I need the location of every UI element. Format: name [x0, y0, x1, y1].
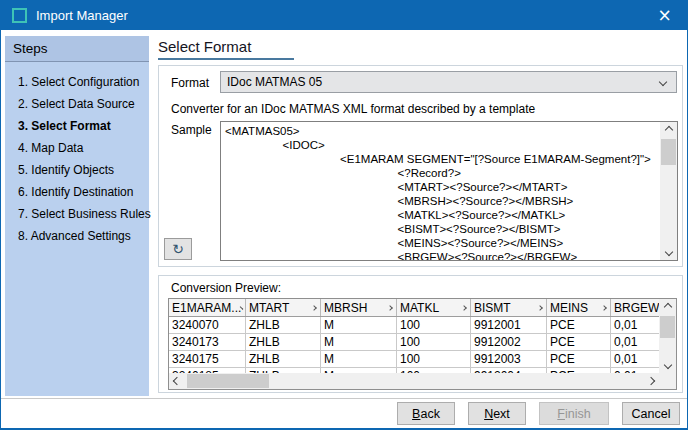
sort-arrow-icon [537, 305, 543, 311]
cell: M [321, 351, 397, 367]
sidebar-item-select-business-rules[interactable]: 7. Select Business Rules [5, 203, 149, 225]
table-horizontal-scrollbar[interactable] [169, 373, 659, 389]
steps-list: 1. Select Configuration 2. Select Data S… [5, 62, 149, 247]
column-header-meins[interactable]: MEINS [547, 299, 611, 316]
cell: 0,01 [611, 317, 659, 333]
column-header-brgew[interactable]: BRGEW [611, 299, 659, 316]
select-format-panel: Select Format Format IDoc MATMAS 05 Conv… [158, 38, 683, 393]
cell: 100 [397, 334, 471, 350]
table-row[interactable]: 3240175 ZHLB M 100 9912003 PCE 0,01 [169, 351, 676, 368]
sample-textbox[interactable]: <MATMAS05> <IDOC> <E1MARAM SEGMENT="[?So… [220, 121, 678, 261]
chevron-up-icon [664, 126, 672, 134]
column-header-e1maram[interactable]: E1MARAM... [169, 299, 246, 316]
column-header-label: BISMT [474, 301, 511, 315]
sidebar-item-map-data[interactable]: 4. Map Data [5, 137, 149, 159]
next-button-label: ext [493, 407, 510, 421]
column-header-matkl[interactable]: MATKL [397, 299, 471, 316]
sample-label: Sample [171, 123, 212, 137]
table-header-row: E1MARAM... MTART MBRSH MATKL BISMT MEINS… [169, 299, 676, 317]
import-manager-window: Import Manager × Steps 1. Select Configu… [0, 0, 688, 430]
sample-xml-text: <MATMAS05> <IDOC> <E1MARAM SEGMENT="[?So… [221, 122, 660, 260]
chevron-down-icon [663, 361, 671, 369]
scroll-down-button[interactable] [659, 357, 676, 373]
app-icon [12, 8, 27, 23]
cell: 100 [397, 317, 471, 333]
cell: 9912002 [471, 334, 547, 350]
table-row[interactable]: 3240070 ZHLB M 100 9912001 PCE 0,01 [169, 317, 676, 334]
table-vertical-scrollbar[interactable] [659, 299, 676, 373]
sidebar-item-select-format[interactable]: 3. Select Format [5, 115, 149, 137]
cell: ZHLB [246, 317, 321, 333]
page-title-underline [158, 58, 294, 60]
cell: 3240175 [169, 351, 246, 367]
scrollbar-thumb[interactable] [187, 374, 269, 388]
next-button[interactable]: Next [468, 402, 526, 425]
sidebar-item-identify-objects[interactable]: 5. Identify Objects [5, 159, 149, 181]
sidebar-item-select-data-source[interactable]: 2. Select Data Source [5, 93, 149, 115]
chevron-right-icon [647, 377, 655, 385]
scroll-up-button[interactable] [659, 299, 676, 315]
steps-sidebar-title: Steps [5, 36, 149, 62]
column-header-label: MTART [249, 301, 289, 315]
chevron-left-icon [173, 377, 181, 385]
cell: M [321, 317, 397, 333]
column-header-mtart[interactable]: MTART [246, 299, 321, 316]
table-row[interactable]: 3240173 ZHLB M 100 9912002 PCE 0,01 [169, 334, 676, 351]
finish-button-label: inish [565, 407, 591, 421]
next-button-label: N [484, 407, 493, 421]
cell: 0,01 [611, 351, 659, 367]
close-button[interactable]: × [642, 1, 687, 30]
sort-arrow-icon [311, 305, 317, 311]
sort-arrow-icon [387, 305, 393, 311]
back-button[interactable]: Back [397, 402, 455, 425]
chevron-up-icon [663, 303, 671, 311]
column-header-bismt[interactable]: BISMT [471, 299, 547, 316]
dialog-content: Steps 1. Select Configuration 2. Select … [1, 30, 687, 398]
column-header-label: BRGEW [614, 301, 659, 315]
column-header-label: MATKL [400, 301, 439, 315]
cell: 3240070 [169, 317, 246, 333]
scroll-down-button[interactable] [660, 244, 677, 260]
sample-vertical-scrollbar[interactable] [660, 122, 677, 260]
column-header-label: E1MARAM... [172, 301, 241, 315]
cell: PCE [547, 351, 611, 367]
window-title: Import Manager [36, 8, 642, 23]
scrollbar-thumb[interactable] [660, 316, 675, 338]
cell: M [321, 334, 397, 350]
format-groupbox: Format IDoc MATMAS 05 Converter for an I… [158, 65, 683, 267]
cancel-button[interactable]: Cancel [622, 402, 680, 425]
close-icon: × [657, 7, 671, 24]
cell: 9912001 [471, 317, 547, 333]
finish-button[interactable]: Finish [539, 402, 609, 425]
conversion-preview-label: Conversion Preview: [171, 281, 281, 295]
page-title: Select Format [158, 38, 683, 55]
scrollbar-thumb[interactable] [661, 139, 676, 165]
sort-arrow-icon [240, 306, 244, 310]
scroll-left-button[interactable] [169, 373, 185, 389]
table-body: 3240070 ZHLB M 100 9912001 PCE 0,01 3240… [169, 317, 676, 373]
steps-sidebar: Steps 1. Select Configuration 2. Select … [5, 36, 149, 396]
sort-arrow-icon [601, 305, 607, 311]
refresh-button[interactable]: ↻ [164, 238, 192, 260]
format-label: Format [171, 76, 209, 90]
cell: PCE [547, 317, 611, 333]
refresh-icon: ↻ [172, 242, 184, 256]
cell: ZHLB [246, 351, 321, 367]
format-dropdown-value: IDoc MATMAS 05 [221, 75, 660, 89]
scroll-right-button[interactable] [643, 373, 659, 389]
finish-button-label: F [557, 407, 565, 421]
sidebar-item-advanced-settings[interactable]: 8. Advanced Settings [5, 225, 149, 247]
cell: 100 [397, 351, 471, 367]
cell: 3240173 [169, 334, 246, 350]
cell: PCE [547, 334, 611, 350]
sidebar-item-identify-destination[interactable]: 6. Identify Destination [5, 181, 149, 203]
footer-button-bar: Back Next Finish Cancel [1, 398, 687, 428]
format-dropdown[interactable]: IDoc MATMAS 05 [220, 71, 677, 93]
column-header-mbrsh[interactable]: MBRSH [321, 299, 397, 316]
cell: ZHLB [246, 334, 321, 350]
chevron-down-icon [664, 248, 672, 256]
format-description: Converter for an IDoc MATMAS XML format … [171, 102, 535, 116]
sidebar-item-select-configuration[interactable]: 1. Select Configuration [5, 71, 149, 93]
cancel-button-label: Cancel [632, 407, 671, 421]
scroll-up-button[interactable] [660, 122, 677, 138]
